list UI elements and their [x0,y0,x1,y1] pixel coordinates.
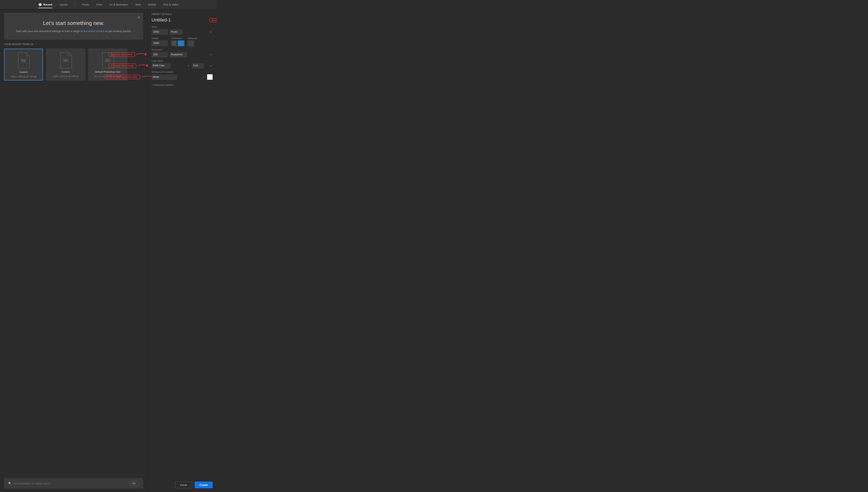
color-mode-wrapper: RGB Color CMYK Color Grayscale Lab Color… [151,63,190,68]
choose-color-mode-annotation: Choose color mode [109,64,136,68]
go-button[interactable]: Go [129,481,139,486]
color-mode-select[interactable]: RGB Color CMYK Color Grayscale Lab Color… [151,63,171,68]
name-your-file-annotation: Name your file [209,18,217,22]
search-input[interactable] [13,482,127,485]
landscape-button[interactable] [178,41,184,46]
recent-item-2-name: Custom [61,71,70,73]
document-presets-link[interactable]: document presets [84,30,104,33]
nav-item-mobile[interactable]: Mobile [148,2,156,7]
clock-icon: 🕐 [39,3,42,6]
nav-label-print: Print [96,3,102,6]
bg-contents-label: Background Contents [151,71,213,73]
preset-details-title: PRESET DETAILS [151,13,213,15]
search-bar-container: 🔍 Go [4,478,143,489]
close-button[interactable]: Close [175,482,192,488]
artboards-label: Artboards [188,37,197,40]
resolution-row: Choose resolution Pixels/Inch Pixels/cm [151,52,213,57]
width-input[interactable] [151,29,168,34]
arrow-color-mode [138,64,148,68]
color-depth-select[interactable]: 8 bit 16 bit 32 bit [192,63,204,68]
svg-rect-15 [189,42,192,45]
right-panel: PRESET DETAILS Name your file ⬇ Width Pi… [147,9,217,492]
choose-resolution-annotation: Choose resolution [109,52,135,57]
color-mode-row: Choose color mode RGB Color CMYK Color G… [151,63,213,68]
welcome-title: Let's start something new. [8,20,139,26]
bg-color-wrapper: White Black Transparent Background Color [151,75,205,80]
nav-label-art: Art & Illustration [109,3,128,6]
nav-item-recent[interactable]: 🕐 Recent [39,2,52,7]
nav-label-photo: Photo [82,3,89,6]
nav-label-recent: Recent [43,3,52,6]
height-label: Height [151,37,168,40]
nav-label-saved: Saved [60,3,67,6]
advanced-options[interactable]: > Advanced Options [151,83,213,87]
bottom-buttons: Close Create [151,478,213,488]
recent-item-1[interactable]: Custom 1920 x 1080 px @ 144 ppi [4,49,43,80]
create-button[interactable]: Create [195,482,213,488]
resolution-label: Resolution [151,48,213,51]
artboard-icon [189,42,193,45]
recent-item-2-size: 1280 x 1024 px @ 300 ppi [52,75,79,77]
color-mode-label: Color Mode [151,60,213,62]
width-row: Pixels Inches cm [151,29,213,34]
height-input[interactable] [151,41,168,46]
welcome-banner: ✕ Let's start something new. Start with … [4,13,143,40]
portrait-button[interactable] [171,41,177,46]
arrow-resolution [136,52,146,56]
nav-item-film[interactable]: Film & Video [163,2,178,7]
recent-item-1-name: Custom [19,71,28,74]
recent-item-1-size: 1920 x 1080 px @ 144 ppi [10,75,37,78]
bg-color-swatch[interactable] [207,74,213,80]
width-unit-wrapper: Pixels Inches cm [169,29,213,34]
nav-label-mobile: Mobile [148,3,156,6]
resolution-unit-wrapper: Pixels/Inch Pixels/cm [169,52,213,57]
filename-input[interactable] [151,17,208,23]
recent-section-title: YOUR RECENT ITEMS (3) [4,43,143,45]
close-banner-button[interactable]: ✕ [137,15,140,20]
search-icon: 🔍 [8,482,11,485]
orientation-label: Orientation [171,37,184,40]
nav-item-photo[interactable]: Photo [82,2,89,7]
recent-item-3-name: Default Photoshop Size [95,71,120,73]
nav-item-saved[interactable]: Saved [60,2,67,7]
nav-item-print[interactable]: Print [96,2,102,7]
landscape-icon [179,42,183,45]
artboards-button[interactable] [188,41,194,47]
nav-item-web[interactable]: Web [135,2,141,7]
orientation-buttons [171,41,184,46]
welcome-description: Start with your own document settings or… [8,29,139,33]
recent-item-2[interactable]: Custom 1280 x 1024 px @ 300 ppi [46,49,85,80]
bg-color-select[interactable]: White Black Transparent Background Color [151,75,177,80]
nav-item-art[interactable]: Art & Illustration [109,2,128,7]
file-icon-2 [58,52,73,69]
width-unit-select[interactable]: Pixels Inches cm [169,29,183,34]
left-panel: ✕ Let's start something new. Start with … [0,9,147,492]
resolution-unit-select[interactable]: Pixels/Inch Pixels/cm [169,52,187,57]
file-icon-1 [16,52,31,69]
resolution-input[interactable] [151,52,168,57]
nav-label-web: Web [135,3,141,6]
nav-label-film: Film & Video [163,3,178,6]
width-label: Width [151,26,213,28]
bg-contents-row: Choose Background color White Black Tran… [151,74,213,80]
filename-row: Name your file ⬇ [151,17,213,23]
search-bar-inner: 🔍 [8,482,127,485]
color-depth-wrapper: 8 bit 16 bit 32 bit [192,63,213,68]
svg-rect-12 [179,42,183,45]
top-nav: 🕐 Recent Saved Photo Print Art & Illustr… [0,0,217,9]
choose-bg-color-annotation: Choose Background color [104,75,140,79]
portrait-icon [172,42,175,45]
